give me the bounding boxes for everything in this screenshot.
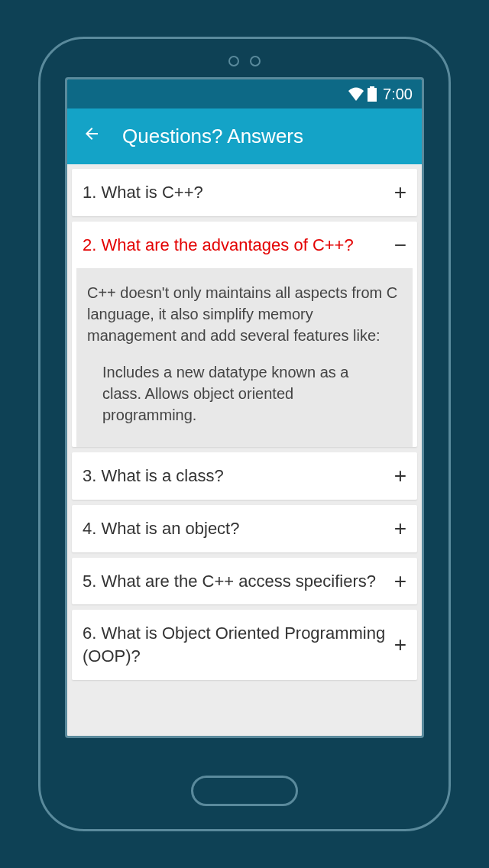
status-bar: 7:00 <box>67 79 422 108</box>
answer-paragraph: C++ doesn't only maintains all aspects f… <box>87 282 402 346</box>
expand-icon: + <box>387 182 406 203</box>
question-header[interactable]: 6. What is Object Oriented Programming (… <box>72 610 417 679</box>
question-text: 1. What is C++? <box>83 181 387 204</box>
question-header[interactable]: 5. What are the C++ access specifiers? + <box>72 558 417 605</box>
answer-paragraph: Includes a new datatype known as a class… <box>87 346 402 433</box>
svg-rect-1 <box>370 86 374 89</box>
question-text: 3. What is a class? <box>83 465 387 487</box>
phone-frame: 7:00 Questions? Answers 1. What is C++? … <box>38 37 451 831</box>
screen: 7:00 Questions? Answers 1. What is C++? … <box>65 77 424 738</box>
expand-icon: + <box>387 465 406 487</box>
question-header[interactable]: 3. What is a class? + <box>72 452 417 500</box>
question-header[interactable]: 1. What is C++? + <box>72 169 417 216</box>
question-item-4: 4. What is an object? + <box>72 505 417 552</box>
home-button[interactable] <box>191 776 298 806</box>
battery-icon <box>368 86 377 102</box>
question-item-2: 2. What are the advantages of C++? − C++… <box>72 222 417 448</box>
expand-icon: + <box>387 571 406 592</box>
question-item-5: 5. What are the C++ access specifiers? + <box>72 558 417 605</box>
question-header[interactable]: 2. What are the advantages of C++? − <box>72 222 417 269</box>
question-text: 6. What is Object Oriented Programming (… <box>83 622 387 667</box>
question-text: 5. What are the C++ access specifiers? <box>83 570 387 593</box>
question-item-1: 1. What is C++? + <box>72 169 417 216</box>
question-header[interactable]: 4. What is an object? + <box>72 505 417 552</box>
expand-icon: + <box>387 634 406 656</box>
question-item-6: 6. What is Object Oriented Programming (… <box>72 610 417 679</box>
question-text: 2. What are the advantages of C++? <box>83 234 387 257</box>
question-item-3: 3. What is a class? + <box>72 452 417 500</box>
status-time: 7:00 <box>383 86 413 103</box>
app-title: Questions? Answers <box>122 125 303 148</box>
answer-body: C++ doesn't only maintains all aspects f… <box>76 268 413 447</box>
wifi-icon <box>348 87 364 101</box>
collapse-icon: − <box>387 235 406 256</box>
question-list[interactable]: 1. What is C++? + 2. What are the advant… <box>67 164 422 736</box>
phone-speaker <box>228 56 261 66</box>
question-text: 4. What is an object? <box>83 517 387 540</box>
svg-rect-0 <box>368 88 377 102</box>
app-bar: Questions? Answers <box>67 108 422 164</box>
expand-icon: + <box>387 518 406 539</box>
back-arrow-icon[interactable] <box>83 125 101 148</box>
